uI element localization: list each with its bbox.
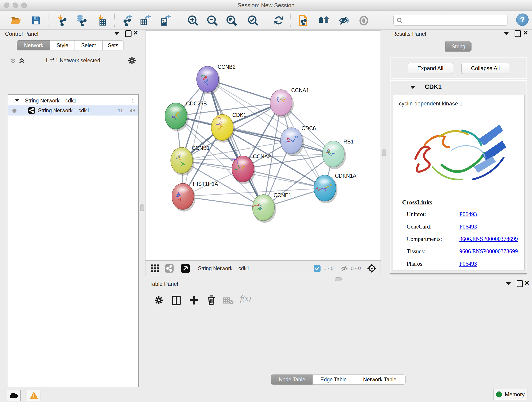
toolbar-separator — [290, 13, 291, 27]
collection-collapse-icon[interactable] — [15, 99, 19, 102]
toolbar-separator — [177, 263, 177, 274]
node-details-box: cyclin-dependent kinase 1 CrossLinks Uni… — [392, 95, 525, 270]
eye-disabled-icon — [358, 15, 369, 26]
toolbar-separator — [179, 13, 179, 27]
tab-select[interactable]: Select — [74, 40, 103, 51]
node-description: cyclin-dependent kinase 1 — [399, 100, 462, 107]
export-network-button[interactable] — [121, 14, 134, 27]
help-button[interactable]: ? — [516, 13, 529, 26]
apply-layout-button[interactable] — [272, 14, 285, 27]
network-node-cdkn1a[interactable]: CDKN1A — [314, 173, 356, 203]
import-table-file-button[interactable] — [95, 14, 108, 27]
show-graphics-details-button[interactable] — [357, 14, 370, 27]
show-columns-icon[interactable] — [171, 295, 181, 306]
collection-label: String Network – cdk1 — [25, 98, 76, 104]
table-panel-float-icon[interactable] — [517, 280, 523, 287]
database-icon — [75, 15, 87, 26]
expand-all-button[interactable]: Expand All — [408, 63, 453, 74]
control-panel: Control Panel ✕ Network Style Select Set… — [3, 30, 140, 383]
node-section-collapse-icon[interactable] — [411, 86, 415, 89]
tab-network-table[interactable]: Network Table — [354, 375, 405, 385]
table-panel-menu-icon[interactable] — [506, 282, 511, 285]
network-edge[interactable] — [208, 79, 264, 208]
tab-sets[interactable]: Sets — [102, 40, 124, 51]
tab-style[interactable]: Style — [50, 40, 75, 51]
crosslink-label: GeneCard: — [407, 223, 431, 230]
network-node-ccna2[interactable]: CCNA2 — [231, 153, 271, 184]
refresh-icon — [273, 15, 284, 26]
import-network-file-button[interactable] — [56, 14, 69, 27]
network-view-canvas[interactable]: CCNB2CCNA1CDC25BCDK1CDC6RB1CCNB1CCNA2CDK… — [145, 31, 381, 261]
export-network-icon — [121, 15, 133, 26]
import-network-database-button[interactable] — [75, 14, 88, 27]
network-overview-icon[interactable] — [165, 264, 174, 273]
crosslink-uniprot-link[interactable]: P06493 — [459, 211, 477, 217]
collapse-all-networks-icon[interactable] — [10, 57, 17, 64]
left-splitter-handle[interactable] — [140, 204, 144, 211]
network-node-ccne1[interactable]: CCNE1 — [253, 192, 291, 223]
create-column-icon[interactable] — [189, 295, 199, 306]
crosslink-tissues-link[interactable]: 9606.ENSP00000378699 — [459, 248, 518, 255]
tab-edge-table[interactable]: Edge Table — [312, 375, 355, 385]
network-options-gear-icon[interactable] — [128, 56, 136, 65]
collapse-all-button[interactable]: Collapse All — [462, 63, 509, 74]
crosslink-compartments-link[interactable]: 9606.ENSP00000378699 — [459, 236, 518, 242]
network-collection-row[interactable]: String Network – cdk1 1 — [8, 96, 138, 105]
network-tree: String Network – cdk1 1 String Network –… — [8, 95, 139, 402]
results-panel-menu-icon[interactable] — [504, 32, 509, 35]
crosslink-label: Tissues: — [407, 248, 425, 255]
cloud-status-button[interactable] — [7, 390, 21, 401]
network-view-title: String Network – cdk1 — [198, 265, 249, 272]
tab-network[interactable]: Network — [17, 40, 51, 51]
right-splitter-handle[interactable] — [382, 149, 386, 156]
grid-view-icon[interactable] — [151, 264, 159, 273]
results-panel-float-icon[interactable] — [515, 30, 521, 37]
search-input[interactable] — [405, 16, 504, 24]
zoom-selected-button[interactable] — [247, 14, 259, 27]
crosslink-pharos-link[interactable]: P06493 — [459, 261, 477, 267]
control-panel-float-icon[interactable] — [125, 30, 132, 37]
crosslink-label: Pharos: — [407, 261, 424, 267]
warnings-button[interactable] — [27, 390, 41, 401]
results-panel-close-icon[interactable]: ✕ — [523, 30, 528, 36]
network-node-ccnb2[interactable]: CCNB2 — [196, 64, 235, 95]
open-session-button[interactable] — [10, 14, 22, 27]
expand-all-networks-icon[interactable] — [18, 57, 25, 64]
node-label: CCNB1 — [192, 145, 210, 151]
save-session-button[interactable] — [30, 14, 43, 27]
show-all-networks-button[interactable] — [317, 14, 330, 27]
hide-unhide-button[interactable] — [337, 14, 350, 27]
network-from-clipboard-button[interactable] — [298, 14, 310, 27]
export-image-button[interactable] — [159, 14, 172, 27]
function-builder-button-disabled: f(x) — [240, 294, 251, 303]
network-node-hist1h1a[interactable]: HIST1H1A — [172, 181, 218, 211]
export-table-button[interactable] — [139, 14, 152, 27]
zoom-out-button[interactable] — [206, 14, 219, 27]
node-label: CDC6 — [302, 125, 316, 131]
delete-column-icon[interactable] — [206, 295, 216, 306]
crosslink-genecard-link[interactable]: P06493 — [459, 223, 477, 230]
protein-structure-image — [405, 109, 513, 192]
memory-status-button[interactable]: Memory — [493, 389, 527, 400]
node-label: RB1 — [343, 139, 354, 145]
network-selection-summary: 1 of 1 Network selected — [28, 57, 117, 64]
tab-node-table[interactable]: Node Table — [271, 375, 313, 385]
export-image-icon — [159, 15, 171, 26]
detach-view-icon[interactable] — [181, 264, 190, 273]
selected-checkbox-icon[interactable] — [313, 265, 321, 272]
zoom-fit-button[interactable] — [225, 14, 238, 27]
node-label: CCNA1 — [291, 87, 309, 93]
network-node-ccna1[interactable]: CCNA1 — [270, 87, 309, 118]
control-panel-menu-icon[interactable] — [114, 32, 119, 35]
network-graph[interactable]: CCNB2CCNA1CDC25BCDK1CDC6RB1CCNB1CCNA2CDK… — [146, 31, 380, 260]
application-window: Session: New Session — [0, 0, 532, 402]
table-panel-close-icon[interactable]: ✕ — [524, 280, 530, 286]
network-node-rb1[interactable]: RB1 — [322, 139, 354, 169]
birds-eye-navigator-icon[interactable] — [367, 263, 377, 274]
tab-string[interactable]: String — [445, 41, 472, 51]
table-options-gear-icon[interactable] — [154, 295, 164, 305]
node-label: CCNE1 — [273, 192, 291, 198]
zoom-in-button[interactable] — [186, 14, 199, 27]
control-panel-close-icon[interactable]: ✕ — [133, 30, 138, 36]
network-row-selected[interactable]: String Network – cdk1 11 48 — [8, 105, 138, 115]
